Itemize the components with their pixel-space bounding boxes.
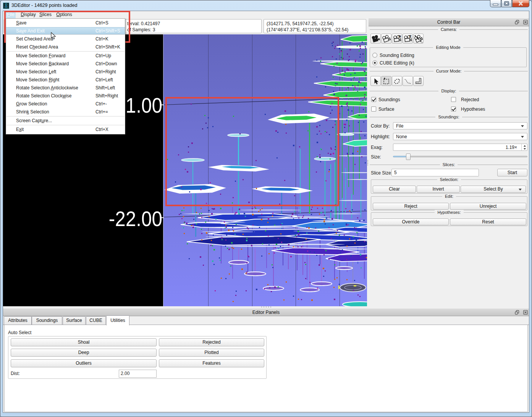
svg-text:N: N — [399, 35, 401, 38]
svg-text:-22.00: -22.00 — [109, 207, 162, 231]
svg-text:E: E — [409, 35, 412, 38]
